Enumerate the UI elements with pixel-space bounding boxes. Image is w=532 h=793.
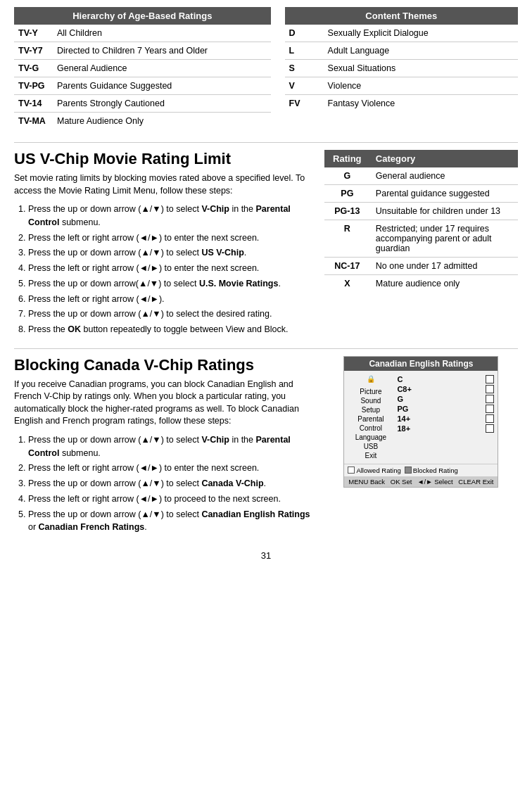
canada-rating-row: 14+ (397, 414, 494, 424)
movie-rating-col-header: Rating (324, 150, 370, 167)
canada-rating-checkbox[interactable] (486, 375, 494, 383)
canada-step: Press the up or down arrow (▲/▼) to sele… (28, 508, 310, 535)
movie-rating-category: Mature audience only (370, 275, 518, 293)
canada-rating-checkbox[interactable] (486, 385, 494, 393)
page-number: 31 (14, 550, 518, 561)
hierarchy-table-header: Hierarchy of Age-Based Ratings (14, 7, 271, 25)
movie-rating-row: NC-17No one under 17 admitted (324, 258, 518, 275)
movie-rating-category: Parental guidance suggested (370, 185, 518, 203)
movie-rating-table-wrap: Rating Category GGeneral audiencePGParen… (324, 150, 518, 338)
hierarchy-row: TV-YAll Children (14, 25, 271, 42)
content-row: DSexually Explicit Dialogue (285, 25, 518, 42)
canada-section-intro: If you receive Canadian programs, you ca… (14, 379, 310, 428)
hierarchy-table-wrap: Hierarchy of Age-Based Ratings TV-YAll C… (14, 7, 271, 129)
canada-rating-label: PG (397, 405, 418, 413)
content-code: V (285, 77, 324, 95)
content-table: Content Themes DSexually Explicit Dialog… (285, 7, 518, 112)
content-description: Adult Language (324, 42, 518, 60)
canada-rating-checkbox[interactable] (486, 395, 494, 403)
content-row: VViolence (285, 77, 518, 95)
movie-rating-table: Rating Category GGeneral audiencePGParen… (324, 150, 518, 292)
rating-description: Mature Audience Only (53, 113, 271, 130)
canada-ui-left: 🔒 PictureSoundSetupParental ControlLangu… (348, 374, 393, 460)
canada-ui-right: CC8+GPG14+18+ (397, 374, 494, 460)
canada-rating-row: C (397, 374, 494, 384)
divider-2 (14, 348, 518, 349)
canada-rating-label: 18+ (397, 424, 418, 433)
movie-step: Press the OK button repeatedly to toggle… (28, 323, 310, 336)
canada-rating-label: 14+ (397, 414, 418, 423)
movie-step: Press the up or down arrow (▲/▼) to sele… (28, 246, 310, 260)
content-description: Sexually Explicit Dialogue (324, 25, 518, 42)
movie-category-col-header: Category (370, 150, 518, 167)
rating-code: TV-PG (14, 77, 53, 95)
rating-description: All Children (53, 25, 271, 42)
allowed-box (348, 467, 355, 474)
content-row: LAdult Language (285, 42, 518, 60)
hierarchy-table: Hierarchy of Age-Based Ratings TV-YAll C… (14, 7, 271, 129)
movie-rating-code: X (324, 275, 370, 293)
canada-ui-footer: MENU BackOK Set◄/► SelectCLEAR Exit (344, 476, 498, 487)
canada-rating-row: G (397, 394, 494, 404)
canada-ui-body: 🔒 PictureSoundSetupParental ControlLangu… (344, 371, 498, 464)
canada-menu-label: Setup (348, 405, 393, 414)
content-description: Fantasy Violence (324, 95, 518, 113)
canada-rating-checkbox[interactable] (486, 414, 494, 423)
movie-rating-category: General audience (370, 167, 518, 185)
movie-rating-row: PG-13Unsuitable for children under 13 (324, 203, 518, 220)
canada-ui-header: Canadian English Ratings (344, 357, 498, 371)
footer-item: CLEAR Exit (458, 478, 493, 486)
content-code: L (285, 42, 324, 60)
canada-step: Press the left or right arrow (◄/►) to p… (28, 493, 310, 506)
canada-steps-list: Press the up or down arrow (▲/▼) to sele… (14, 433, 310, 534)
content-row: FVFantasy Violence (285, 95, 518, 113)
canada-rating-row: C8+ (397, 384, 494, 394)
legend-blocked-label: Blocked Rating (413, 467, 458, 474)
movie-rating-code: G (324, 167, 370, 185)
canada-menu-label: Language (348, 433, 393, 442)
movie-rating-code: PG-13 (324, 203, 370, 220)
canada-rating-row: 18+ (397, 424, 494, 433)
content-code: FV (285, 95, 324, 113)
content-description: Sexual Situations (324, 60, 518, 77)
canada-ui-mockup: Canadian English Ratings 🔒 PictureSoundS… (343, 356, 498, 488)
canada-rating-label: G (397, 395, 418, 403)
hierarchy-row: TV-PGParents Guidance Suggested (14, 77, 271, 95)
canada-rating-checkbox[interactable] (486, 405, 494, 413)
movie-rating-row: PGParental guidance suggested (324, 185, 518, 203)
divider-1 (14, 142, 518, 143)
content-code: D (285, 25, 324, 42)
canada-rating-checkbox[interactable] (486, 424, 494, 433)
canada-text: Blocking Canada V-Chip Ratings If you re… (14, 356, 310, 536)
canada-step: Press the up or down arrow (▲/▼) to sele… (28, 433, 310, 460)
rating-description: Directed to Children 7 Years and Older (53, 42, 271, 60)
canada-rating-label: C (397, 375, 418, 383)
movie-step: Press the up or down arrow (▲/▼) to sele… (28, 203, 310, 229)
content-table-header: Content Themes (285, 7, 518, 25)
canada-menu-label: Parental Control (348, 414, 393, 433)
movie-step: Press the left or right arrow (◄/►) to e… (28, 262, 310, 275)
lock-icon: 🔒 (367, 374, 375, 383)
legend-allowed-label: Allowed Rating (356, 467, 400, 474)
movie-step: Press the left or right arrow (◄/►). (28, 293, 310, 306)
movie-rating-row: XMature audience only (324, 275, 518, 293)
movie-step: Press the up or down arrow (▲/▼) to sele… (28, 307, 310, 321)
hierarchy-row: TV-14Parents Strongly Cautioned (14, 95, 271, 113)
movie-section-intro: Set movie rating limits by blocking movi… (14, 172, 310, 197)
content-description: Violence (324, 77, 518, 95)
canada-rating-label: C8+ (397, 385, 418, 393)
canada-step: Press the left or right arrow (◄/►) to e… (28, 462, 310, 475)
hierarchy-row: TV-MAMature Audience Only (14, 113, 271, 130)
canada-menu-label: Picture (348, 387, 393, 396)
movie-rating-row: GGeneral audience (324, 167, 518, 185)
hierarchy-row: TV-GGeneral Audience (14, 60, 271, 77)
movie-rating-row: RRestricted; under 17 requires accompany… (324, 220, 518, 258)
rating-description: Parents Guidance Suggested (53, 77, 271, 95)
hierarchy-row: TV-Y7Directed to Children 7 Years and Ol… (14, 42, 271, 60)
legend-allowed: Allowed Rating (348, 467, 400, 474)
rating-description: General Audience (53, 60, 271, 77)
movie-rating-category: Restricted; under 17 requires accompanyi… (370, 220, 518, 258)
content-code: S (285, 60, 324, 77)
canada-rating-row: PG (397, 404, 494, 414)
movie-rating-category: No one under 17 admitted (370, 258, 518, 275)
